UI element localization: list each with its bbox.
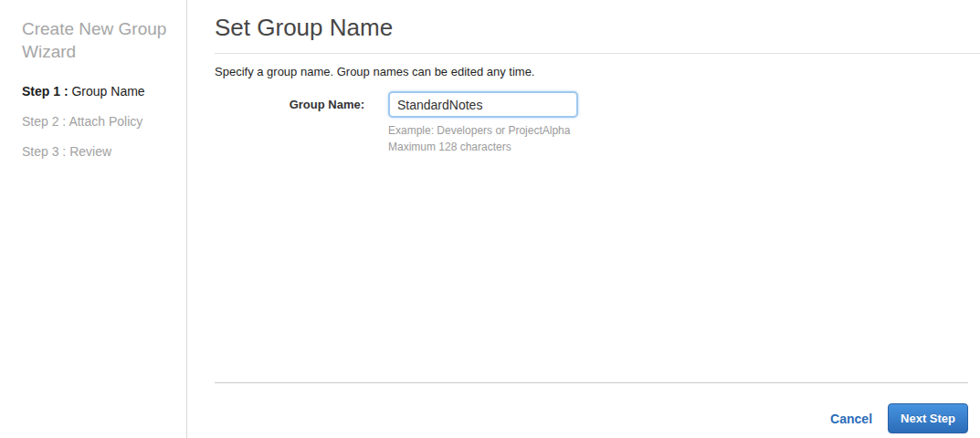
step-3-prefix: Step 3 : xyxy=(22,144,66,159)
wizard-title: Create New Group Wizard xyxy=(22,17,170,63)
group-name-label: Group Name: xyxy=(215,91,364,118)
create-group-wizard-page: Create New Group Wizard Step 1 : Group N… xyxy=(0,0,980,438)
cancel-button[interactable]: Cancel xyxy=(830,412,872,426)
hint-max-characters: Maximum 128 characters xyxy=(388,139,968,155)
wizard-main-panel: Set Group Name Specify a group name. Gro… xyxy=(187,0,980,438)
step-1-prefix: Step 1 : xyxy=(22,84,68,99)
sidebar-step-3-review: Step 3 : Review xyxy=(22,145,170,158)
step-2-prefix: Step 2 : xyxy=(22,114,66,129)
sidebar-step-1-group-name: Step 1 : Group Name xyxy=(22,85,170,98)
sidebar-step-2-attach-policy: Step 2 : Attach Policy xyxy=(22,115,170,128)
step-1-label: Group Name xyxy=(71,84,144,99)
hint-example: Example: Developers or ProjectAlpha xyxy=(388,122,968,139)
group-name-hints: Example: Developers or ProjectAlpha Maxi… xyxy=(388,122,968,155)
page-title: Set Group Name xyxy=(215,14,980,54)
content-spacer xyxy=(215,155,968,382)
wizard-footer: Cancel Next Step xyxy=(215,382,968,433)
page-description: Specify a group name. Group names can be… xyxy=(215,65,968,78)
step-2-label: Attach Policy xyxy=(68,114,142,129)
group-name-input[interactable] xyxy=(388,91,578,118)
next-step-button[interactable]: Next Step xyxy=(888,403,968,433)
wizard-sidebar: Create New Group Wizard Step 1 : Group N… xyxy=(0,0,187,438)
group-name-form-row: Group Name: xyxy=(215,91,968,118)
step-3-label: Review xyxy=(69,144,111,159)
